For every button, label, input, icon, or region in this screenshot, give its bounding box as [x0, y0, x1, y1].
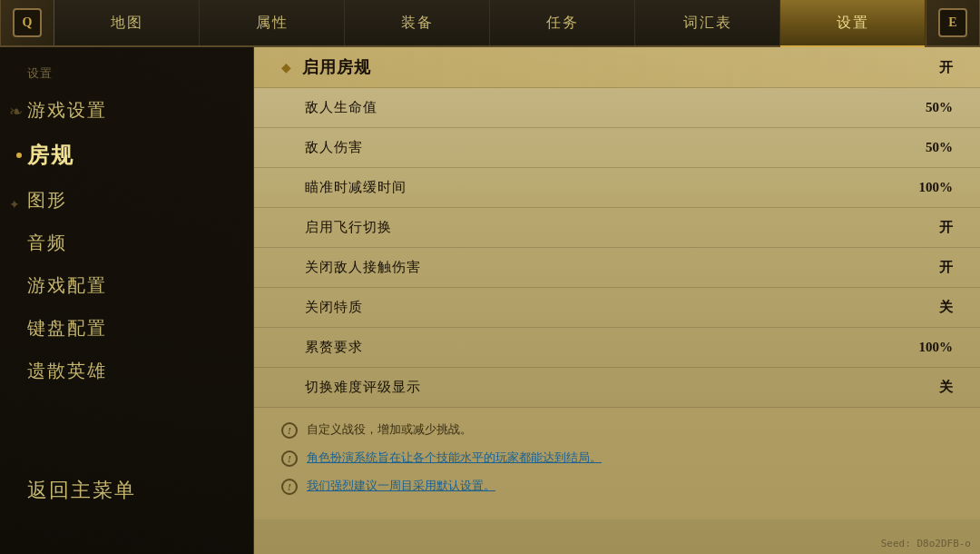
note-item-2: ! 角色扮演系统旨在让各个技能水平的玩家都能达到结局。 [281, 450, 953, 467]
diamond-icon: ◆ [281, 60, 291, 75]
info-icon-2: ! [281, 450, 298, 467]
disable-traits-label: 关闭特质 [281, 299, 898, 316]
note-text-2[interactable]: 角色扮演系统旨在让各个技能水平的玩家都能达到结局。 [307, 450, 602, 466]
top-navigation: Q 地图 属性 装备 任务 词汇表 设置 E [0, 0, 980, 47]
setting-row-close-contact-damage[interactable]: 关闭敌人接触伤害 开 [254, 248, 980, 288]
setting-row-flight-toggle[interactable]: 启用飞行切换 开 [254, 208, 980, 248]
aim-slowdown-value: 100% [898, 180, 953, 195]
sidebar-item-game-settings[interactable]: 游戏设置 [0, 89, 253, 132]
sidebar-spacer [0, 392, 253, 463]
info-icon-1: ! [281, 422, 298, 439]
sidebar-item-house-rules[interactable]: 房规 [0, 132, 253, 179]
left-corner-button[interactable]: Q [0, 0, 54, 45]
enable-house-rules-value: 开 [898, 59, 953, 76]
main-content: ❧ 设置 游戏设置 ✦ 房规 图形 音频 游戏配置 键盘配置 遗散英雄 [0, 47, 980, 554]
encumbrance-label: 累赘要求 [281, 339, 898, 356]
flight-toggle-label: 启用飞行切换 [281, 219, 898, 236]
seed-text: Seed: D8o2DFB-o [881, 538, 971, 549]
enemy-hp-label: 敌人生命值 [281, 99, 898, 116]
back-to-main-menu[interactable]: 返回主菜单 [0, 463, 253, 518]
content-panel: ◆ 启用房规 开 敌人生命值 50% 敌人伤害 50% 瞄准时减缓时间 100%… [254, 47, 980, 554]
setting-row-difficulty-display[interactable]: 切换难度评级显示 关 [254, 368, 980, 408]
sidebar-item-game-config[interactable]: 游戏配置 [0, 264, 253, 307]
sidebar: ❧ 设置 游戏设置 ✦ 房规 图形 音频 游戏配置 键盘配置 遗散英雄 [0, 47, 254, 554]
sidebar-item-graphics[interactable]: 图形 [0, 179, 253, 222]
tab-quests[interactable]: 任务 [490, 0, 635, 45]
enemy-hp-value: 50% [898, 100, 953, 115]
enemy-damage-label: 敌人伤害 [281, 139, 898, 156]
enemy-damage-value: 50% [898, 140, 953, 155]
note-text-1: 自定义战役，增加或减少挑战。 [307, 421, 472, 438]
tab-settings[interactable]: 设置 [780, 0, 926, 45]
contact-damage-value: 开 [898, 259, 953, 276]
nav-tabs-container: 地图 属性 装备 任务 词汇表 设置 [54, 0, 926, 45]
aim-slowdown-label: 瞄准时减缓时间 [281, 179, 898, 196]
flight-toggle-value: 开 [898, 219, 953, 236]
note-item-3: ! 我们强烈建议一周目采用默认设置。 [281, 478, 953, 495]
note-item-1: ! 自定义战役，增加或减少挑战。 [281, 421, 953, 439]
sidebar-item-keyboard-config[interactable]: 键盘配置 [0, 307, 253, 350]
tab-map[interactable]: 地图 [54, 0, 200, 45]
disable-traits-value: 关 [898, 299, 953, 316]
right-corner-button[interactable]: E [926, 0, 980, 45]
q-key-icon: Q [13, 8, 42, 37]
contact-damage-label: 关闭敌人接触伤害 [281, 259, 898, 276]
e-key-icon: E [938, 8, 967, 37]
encumbrance-value: 100% [898, 340, 953, 355]
setting-row-enemy-damage[interactable]: 敌人伤害 50% [254, 128, 980, 168]
setting-row-enemy-hp[interactable]: 敌人生命值 50% [254, 88, 980, 128]
sidebar-section-label: 设置 [0, 65, 253, 89]
note-text-3[interactable]: 我们强烈建议一周目采用默认设置。 [307, 478, 495, 494]
tab-glossary[interactable]: 词汇表 [635, 0, 780, 45]
difficulty-display-value: 关 [898, 379, 953, 396]
info-icon-3: ! [281, 479, 298, 495]
sidebar-item-scattered-heroes[interactable]: 遗散英雄 [0, 350, 253, 392]
difficulty-display-label: 切换难度评级显示 [281, 379, 898, 396]
enable-house-rules-label: 启用房规 [302, 56, 898, 78]
tab-equipment[interactable]: 装备 [345, 0, 490, 45]
setting-row-encumbrance[interactable]: 累赘要求 100% [254, 328, 980, 368]
setting-row-enable-house-rules[interactable]: ◆ 启用房规 开 [254, 47, 980, 88]
tab-attributes[interactable]: 属性 [200, 0, 345, 45]
notes-section: ! 自定义战役，增加或减少挑战。 ! 角色扮演系统旨在让各个技能水平的玩家都能达… [254, 408, 980, 519]
setting-row-disable-traits[interactable]: 关闭特质 关 [254, 288, 980, 328]
settings-container: ◆ 启用房规 开 敌人生命值 50% 敌人伤害 50% 瞄准时减缓时间 100%… [254, 47, 980, 554]
setting-row-aim-slowdown[interactable]: 瞄准时减缓时间 100% [254, 168, 980, 208]
sidebar-item-audio[interactable]: 音频 [0, 222, 253, 264]
